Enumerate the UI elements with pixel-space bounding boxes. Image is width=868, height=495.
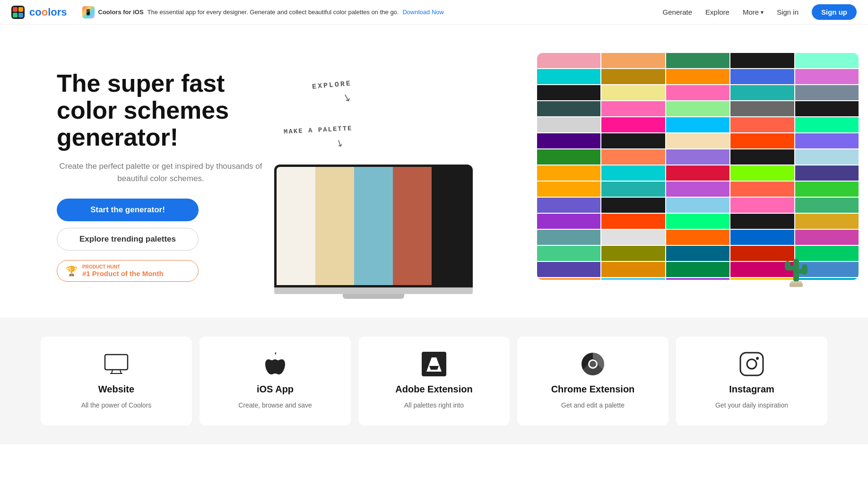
hero-subtitle: Create the perfect palette or get inspir… [57, 160, 265, 184]
cactus-icon [781, 249, 811, 287]
card-instagram: Instagram Get your daily inspiration [676, 337, 827, 426]
explore-palettes-button[interactable]: Explore trending palettes [57, 228, 199, 251]
start-generator-button[interactable]: Start the generator! [57, 199, 199, 221]
logo[interactable]: coolors [11, 6, 67, 19]
color-grid [537, 53, 859, 280]
card-adobe-desc: All palettes right into [404, 400, 464, 410]
nav-explore[interactable]: Explore [705, 8, 729, 16]
cactus-decoration [781, 249, 811, 294]
producthunt-text: #1 Product of the Month [82, 269, 164, 278]
card-ios-title: iOS App [257, 384, 294, 395]
card-adobe-title: Adobe Extension [395, 384, 472, 395]
explore-arrow-icon: ↘ [341, 91, 353, 105]
card-chrome-desc: Get and edit a palette [561, 400, 625, 410]
monitor-icon [104, 352, 129, 376]
svg-rect-23 [740, 353, 763, 375]
logo-icon [11, 6, 25, 19]
cards-section: Website All the power of Coolors iOS App… [0, 318, 868, 444]
card-ios: iOS App Create, browse and save [200, 337, 351, 426]
laptop-base [274, 287, 473, 294]
svg-rect-9 [802, 264, 807, 275]
card-chrome: Chrome Extension Get and edit a palette [517, 337, 668, 426]
svg-rect-4 [18, 13, 23, 17]
trophy-icon: 🏆 [66, 265, 78, 277]
navbar-nav: Generate Explore More Sign in Sign up [663, 4, 857, 20]
laptop-illustration [274, 165, 473, 299]
ios-app-icon: 📱 [82, 6, 95, 18]
adobe-icon [422, 352, 446, 376]
svg-rect-11 [790, 283, 803, 287]
card-instagram-title: Instagram [729, 384, 774, 395]
makepalette-handlabel: MAKE A PALETTE [284, 124, 353, 136]
signin-button[interactable]: Sign in [777, 8, 799, 16]
hero-content: The super fast color schemes generator! … [57, 70, 265, 282]
hero-illustration: EXPLORE ↘ MAKE A PALETTE ↘ [265, 53, 830, 299]
navbar: coolors 📱 Coolors for iOS The essential … [0, 0, 868, 25]
svg-rect-2 [18, 7, 23, 12]
logo-text: coolors [29, 6, 67, 18]
instagram-icon [739, 352, 764, 376]
explore-handlabel: EXPLORE [312, 79, 352, 91]
producthunt-label: Product Hunt [82, 264, 164, 269]
ios-promo-banner: 📱 Coolors for iOS The essential app for … [82, 6, 444, 18]
svg-point-24 [747, 359, 756, 369]
laptop-stand [343, 294, 404, 299]
svg-rect-3 [13, 13, 17, 17]
producthunt-badge[interactable]: 🏆 Product Hunt #1 Product of the Month [57, 260, 199, 282]
card-website-title: Website [98, 384, 134, 395]
nav-generate[interactable]: Generate [663, 8, 693, 16]
signup-button[interactable]: Sign up [812, 4, 857, 20]
card-ios-desc: Create, browse and save [238, 400, 312, 410]
laptop-screen [274, 165, 473, 287]
ios-promo-desc: The essential app for every designer. Ge… [148, 9, 399, 16]
svg-rect-1 [13, 7, 17, 12]
card-website: Website All the power of Coolors [41, 337, 192, 426]
hero-title: The super fast color schemes generator! [57, 70, 265, 151]
svg-marker-19 [429, 366, 439, 370]
nav-more[interactable]: More [743, 8, 764, 16]
svg-point-25 [756, 357, 759, 360]
card-adobe: Adobe Extension All palettes right into [358, 337, 510, 426]
card-chrome-title: Chrome Extension [551, 384, 635, 395]
chrome-icon [581, 352, 605, 376]
apple-icon [263, 352, 287, 376]
svg-rect-7 [785, 261, 790, 270]
ios-download-link[interactable]: Download Now [402, 9, 443, 16]
card-instagram-desc: Get your daily inspiration [715, 400, 788, 410]
ios-promo-title: Coolors for iOS [98, 9, 144, 16]
card-website-desc: All the power of Coolors [81, 400, 152, 410]
hero-section: The super fast color schemes generator! … [0, 25, 868, 318]
svg-rect-12 [105, 355, 128, 370]
makepalette-arrow-icon: ↘ [334, 136, 346, 150]
